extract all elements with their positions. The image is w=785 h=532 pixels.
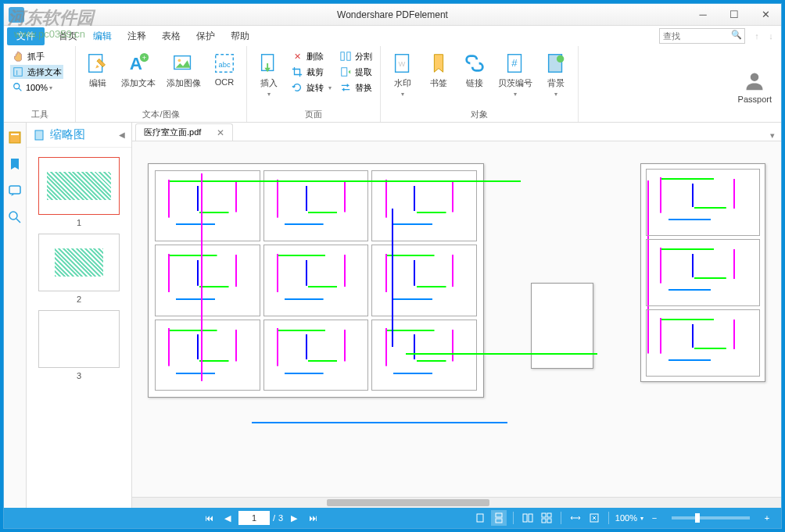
menu-protect[interactable]: 保护 [188, 27, 223, 45]
svg-rect-25 [9, 186, 20, 194]
svg-text:#: # [511, 57, 518, 69]
tools-group-label: 工具 [10, 107, 69, 122]
bookmarks-tab[interactable] [6, 155, 23, 173]
edit-icon [85, 51, 110, 76]
search-icon[interactable]: 🔍 [731, 30, 744, 42]
svg-rect-0 [14, 68, 23, 77]
ocr-icon: abc [212, 51, 237, 76]
last-page-button[interactable]: ⏭ [305, 510, 321, 526]
menu-form[interactable]: 表格 [154, 27, 188, 45]
document-tab[interactable]: 医疗室立面.pdf ✕ [135, 123, 233, 141]
close-button[interactable]: ✕ [750, 5, 781, 25]
fit-page-icon[interactable] [586, 510, 602, 526]
thumbnails-tab[interactable] [6, 129, 23, 146]
magnifier-icon [12, 81, 24, 94]
add-text-button[interactable]: A+ 添加文本 [118, 49, 159, 91]
insert-button[interactable]: 插入 ▾ [253, 49, 285, 99]
crop-button[interactable]: 裁剪 [289, 65, 333, 79]
total-pages: 3 [278, 513, 283, 523]
prev-page-button[interactable]: ◀ [220, 510, 235, 526]
menu-comment[interactable]: 注释 [120, 27, 154, 45]
nav-down-icon[interactable]: ↓ [764, 31, 778, 41]
close-tab-icon[interactable]: ✕ [217, 127, 224, 138]
object-group-label: 对象 [387, 107, 572, 122]
first-page-button[interactable]: ⏮ [201, 510, 217, 526]
zoom-out-button[interactable]: − [647, 510, 662, 526]
grid-view-icon[interactable] [539, 510, 554, 526]
horizontal-scrollbar[interactable] [132, 497, 781, 508]
svg-rect-24 [11, 134, 19, 135]
annotations-tab[interactable] [6, 182, 23, 199]
rotate-icon [291, 81, 303, 94]
zoom-in-button[interactable]: + [759, 510, 775, 526]
thumbnail-item[interactable]: 3 [38, 310, 120, 380]
fit-width-icon[interactable] [568, 510, 583, 526]
nav-up-icon[interactable]: ↑ [750, 31, 764, 41]
rotate-button[interactable]: 旋转▾ [289, 80, 333, 95]
link-button[interactable]: 链接 [459, 49, 490, 91]
minimize-button[interactable]: ─ [687, 5, 719, 25]
two-page-view-icon[interactable] [520, 510, 536, 526]
watermark-icon: W [390, 51, 415, 76]
app-icon [9, 7, 24, 23]
extract-button[interactable]: 提取 [338, 65, 374, 79]
tab-menu-icon[interactable]: ▾ [770, 130, 775, 141]
sidebar [4, 123, 27, 508]
svg-rect-35 [547, 513, 551, 517]
page-number-input[interactable] [238, 511, 270, 525]
delete-button[interactable]: ✕删除 [289, 49, 333, 63]
menu-help[interactable]: 帮助 [223, 27, 257, 45]
svg-text:I: I [16, 69, 17, 77]
thumbnail-item[interactable]: 1 [38, 157, 120, 227]
bookmark-button[interactable]: 书签 [423, 49, 454, 91]
hand-tool[interactable]: 抓手 [10, 49, 63, 63]
split-button[interactable]: 分割 [338, 49, 374, 63]
file-menu[interactable]: 文件 [7, 27, 45, 45]
add-text-label: 添加文本 [121, 77, 156, 89]
replace-button[interactable]: 替换 [338, 80, 374, 95]
svg-rect-34 [542, 513, 546, 517]
thumbnail-list: 1 2 3 [27, 148, 131, 508]
insert-label: 插入 [260, 77, 278, 89]
maximize-button[interactable]: ☐ [719, 5, 750, 25]
delete-icon: ✕ [291, 50, 303, 62]
svg-point-26 [9, 212, 17, 220]
thumbnail-item[interactable]: 2 [38, 234, 120, 304]
replace-icon [339, 81, 352, 94]
zoom-level: 100% [615, 513, 637, 523]
select-text-label: 选择文本 [27, 66, 62, 78]
insert-icon [256, 51, 281, 76]
svg-rect-30 [496, 513, 502, 517]
svg-point-21 [557, 55, 564, 62]
bates-button[interactable]: # 贝茨编号▾ [495, 49, 536, 99]
background-button[interactable]: 背景▾ [540, 49, 572, 99]
document-canvas[interactable] [132, 141, 781, 497]
background-icon [543, 51, 568, 76]
single-page-view-icon[interactable] [472, 510, 488, 526]
zoom-combo[interactable]: 100% ▾ [10, 80, 63, 95]
text-cursor-icon: I [12, 66, 24, 78]
add-image-button[interactable]: 添加图像 [163, 49, 204, 91]
edit-button[interactable]: 编辑 [82, 49, 113, 91]
thumbnail-title: 缩略图 [50, 127, 85, 142]
menubar: 文件 首页 编辑 注释 表格 保护 帮助 🔍 ↑ ↓ [4, 26, 781, 46]
svg-text:+: + [142, 54, 146, 62]
split-icon [339, 50, 352, 62]
zoom-slider[interactable] [672, 516, 750, 520]
svg-rect-31 [496, 519, 502, 523]
page-icon [33, 129, 45, 141]
continuous-view-icon[interactable] [491, 510, 507, 526]
watermark-button[interactable]: W 水印▾ [387, 49, 418, 99]
search-tab[interactable] [6, 209, 23, 226]
edit-label: 编辑 [89, 77, 106, 89]
select-text-tool[interactable]: I 选择文本 [10, 65, 63, 79]
passport-button[interactable]: Passport [735, 66, 775, 105]
ocr-button[interactable]: abc OCR [209, 49, 240, 88]
next-page-button[interactable]: ▶ [286, 510, 302, 526]
page-2 [531, 283, 593, 369]
svg-line-27 [16, 219, 20, 223]
menu-home[interactable]: 首页 [51, 27, 85, 45]
page-3 [640, 163, 765, 382]
collapse-button[interactable]: ◀ [119, 130, 125, 139]
menu-edit[interactable]: 编辑 [85, 27, 120, 45]
